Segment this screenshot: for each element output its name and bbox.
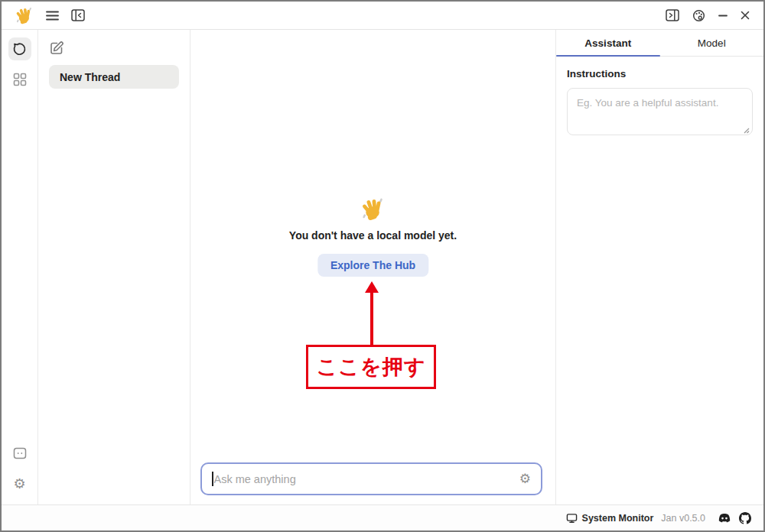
palette-icon <box>692 9 705 22</box>
instructions-textarea[interactable] <box>567 88 753 135</box>
tab-model[interactable]: Model <box>660 30 764 56</box>
system-monitor-label: System Monitor <box>582 513 654 524</box>
menu-button[interactable] <box>46 11 59 21</box>
panel-left-icon <box>71 9 85 21</box>
system-monitor-toggle[interactable]: System Monitor <box>566 513 654 524</box>
assistant-settings: Instructions <box>556 57 763 150</box>
sidebar-item-hub[interactable] <box>8 68 31 91</box>
resize-grip-icon[interactable] <box>744 128 750 134</box>
chat-input[interactable] <box>214 473 519 485</box>
tab-assistant[interactable]: Assistant <box>556 30 660 56</box>
wave-hand-icon <box>360 196 386 221</box>
sidebar-item-local-api-server[interactable] <box>8 442 31 465</box>
thread-title: New Thread <box>60 71 120 83</box>
left-rail: ⚙ <box>2 30 38 504</box>
empty-state-title: You don't have a local model yet. <box>289 229 457 242</box>
right-panel-toggle-button[interactable] <box>666 9 679 21</box>
instructions-label: Instructions <box>567 68 753 79</box>
github-icon <box>739 512 751 524</box>
right-panel-tabs: Assistant Model <box>556 30 763 57</box>
app-body: ⚙ New Thread <box>2 30 763 504</box>
sidebar-item-threads[interactable] <box>8 37 31 60</box>
app-version: Jan v0.5.0 <box>661 513 705 524</box>
left-panel-toggle-button[interactable] <box>71 9 85 21</box>
active-tab-underline <box>556 55 660 57</box>
hamburger-icon <box>46 11 59 21</box>
input-gear-icon: ⚙ <box>519 472 531 485</box>
chat-bubble-icon <box>12 42 27 57</box>
theme-button[interactable] <box>692 9 705 22</box>
explore-hub-button[interactable]: Explore The Hub <box>317 254 428 277</box>
settings-gear-icon: ⚙ <box>13 477 25 491</box>
close-button[interactable] <box>741 11 750 20</box>
sidebar-item-settings[interactable]: ⚙ <box>8 472 31 495</box>
grid-icon <box>13 73 27 86</box>
jan-wave-logo-icon <box>15 6 34 24</box>
thread-list-panel: New Thread <box>38 30 190 504</box>
minimize-icon <box>718 15 728 17</box>
thread-list-item[interactable]: New Thread <box>49 65 179 89</box>
right-panel: Assistant Model Instructions <box>555 30 763 504</box>
api-server-icon <box>13 447 27 459</box>
instructions-field-wrap <box>567 88 753 138</box>
titlebar <box>2 2 763 30</box>
main-chat-area: You don't have a local model yet. Explor… <box>190 30 555 504</box>
new-thread-compose-button[interactable] <box>49 41 64 56</box>
close-icon <box>741 11 750 20</box>
empty-state: You don't have a local model yet. Explor… <box>289 196 457 277</box>
input-settings-button[interactable]: ⚙ <box>519 472 531 485</box>
discord-icon <box>718 513 731 524</box>
panel-right-icon <box>666 9 679 21</box>
discord-link[interactable] <box>718 513 731 524</box>
github-link[interactable] <box>739 512 751 524</box>
status-bar: System Monitor Jan v0.5.0 <box>2 504 763 530</box>
jan-app-window: ⚙ New Thread <box>0 0 765 532</box>
text-cursor <box>212 472 213 486</box>
chat-input-container: ⚙ <box>200 462 542 495</box>
minimize-button[interactable] <box>718 15 728 17</box>
monitor-icon <box>566 513 578 524</box>
compose-icon <box>49 41 64 56</box>
